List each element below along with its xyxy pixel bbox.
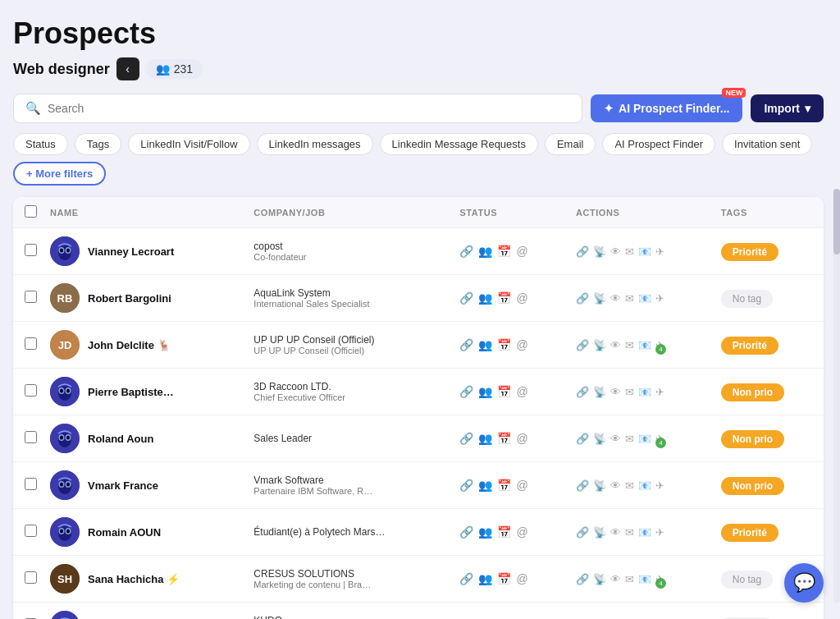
link-action-icon[interactable]: 🔗 — [576, 245, 589, 258]
link-action-icon[interactable]: 🔗 — [576, 292, 589, 305]
email-status-icon[interactable]: @ — [516, 479, 527, 492]
send-icon-wrapper[interactable]: ✈ — [655, 245, 664, 258]
envelope-icon[interactable]: 📧 — [638, 386, 651, 398]
tag-pill[interactable]: Priorité — [721, 524, 778, 542]
people-status-icon[interactable]: 👥 — [478, 385, 492, 398]
people-status-icon[interactable]: 👥 — [478, 245, 492, 258]
eye-icon[interactable]: 👁 — [610, 339, 621, 351]
people-status-icon[interactable]: 👥 — [478, 291, 492, 305]
envelope-icon[interactable]: 📧 — [638, 433, 651, 445]
send-icon-wrapper[interactable]: ✈ 4 — [655, 573, 664, 585]
send-icon-wrapper[interactable]: ✈ — [655, 292, 664, 305]
tag-pill[interactable]: Non prio — [721, 430, 784, 448]
rss-icon[interactable]: 📡 — [593, 386, 606, 398]
email-status-icon[interactable]: @ — [516, 338, 527, 351]
import-button[interactable]: Import ▾ — [751, 94, 824, 122]
select-all-checkbox[interactable] — [25, 205, 37, 218]
eye-icon[interactable]: 👁 — [610, 573, 621, 585]
rss-icon[interactable]: 📡 — [593, 433, 606, 445]
send-icon-wrapper[interactable]: ✈ — [655, 526, 664, 539]
send-icon-wrapper[interactable]: ✈ 4 — [655, 339, 664, 351]
link-icon[interactable]: 🔗 — [459, 245, 473, 258]
send-icon-wrapper[interactable]: ✈ — [655, 479, 664, 492]
calendar-icon[interactable]: 📅 — [497, 385, 511, 398]
people-status-icon[interactable]: 👥 — [478, 432, 492, 445]
row-checkbox-5[interactable] — [25, 478, 37, 490]
envelope-icon[interactable]: 📧 — [638, 339, 651, 351]
mail-icon[interactable]: ✉ — [625, 526, 634, 539]
tag-pill[interactable]: No tag — [721, 571, 773, 589]
filter-email[interactable]: Email — [545, 133, 596, 155]
eye-icon[interactable]: 👁 — [610, 245, 621, 258]
envelope-icon[interactable]: 📧 — [638, 526, 651, 539]
eye-icon[interactable]: 👁 — [610, 386, 621, 398]
link-icon[interactable]: 🔗 — [459, 525, 473, 539]
rss-icon[interactable]: 📡 — [593, 245, 606, 258]
tag-pill[interactable]: Priorité — [721, 337, 778, 355]
link-icon[interactable]: 🔗 — [459, 338, 473, 351]
tag-pill[interactable]: No tag — [721, 290, 773, 308]
email-status-icon[interactable]: @ — [516, 291, 527, 305]
scrollbar-track[interactable] — [833, 189, 840, 603]
email-status-icon[interactable]: @ — [516, 432, 527, 445]
people-status-icon[interactable]: 👥 — [478, 572, 492, 585]
envelope-icon[interactable]: 📧 — [638, 573, 651, 585]
link-icon[interactable]: 🔗 — [459, 291, 473, 305]
link-action-icon[interactable]: 🔗 — [576, 339, 589, 351]
back-button[interactable]: ‹ — [116, 57, 139, 80]
tag-pill[interactable]: Non prio — [721, 477, 784, 495]
link-icon[interactable]: 🔗 — [459, 572, 473, 585]
link-icon[interactable]: 🔗 — [459, 432, 473, 445]
calendar-icon[interactable]: 📅 — [497, 432, 511, 445]
filter-ai-prospect[interactable]: AI Prospect Finder — [602, 133, 715, 155]
chat-button[interactable]: 💬 — [784, 563, 824, 603]
link-action-icon[interactable]: 🔗 — [576, 526, 589, 539]
row-checkbox-0[interactable] — [25, 244, 37, 256]
envelope-icon[interactable]: 📧 — [638, 292, 651, 305]
more-filters-button[interactable]: + More filters — [13, 162, 106, 186]
row-checkbox-7[interactable] — [25, 571, 37, 584]
filter-tags[interactable]: Tags — [75, 133, 121, 155]
mail-icon[interactable]: ✉ — [625, 339, 634, 351]
people-status-icon[interactable]: 👥 — [478, 338, 492, 351]
people-status-icon[interactable]: 👥 — [478, 525, 492, 539]
filter-linkedin-messages[interactable]: LinkedIn messages — [257, 133, 373, 155]
link-icon[interactable]: 🔗 — [459, 385, 473, 398]
eye-icon[interactable]: 👁 — [610, 526, 621, 539]
row-checkbox-1[interactable] — [25, 291, 37, 303]
calendar-icon[interactable]: 📅 — [497, 572, 511, 585]
calendar-icon[interactable]: 📅 — [497, 245, 511, 258]
search-input[interactable] — [48, 102, 570, 115]
row-checkbox-6[interactable] — [25, 525, 37, 537]
scrollbar-thumb[interactable] — [833, 189, 840, 254]
filter-invitation-sent[interactable]: Invitation sent — [722, 133, 812, 155]
people-status-icon[interactable]: 👥 — [478, 479, 492, 492]
rss-icon[interactable]: 📡 — [593, 573, 606, 585]
mail-icon[interactable]: ✉ — [625, 386, 634, 398]
email-status-icon[interactable]: @ — [516, 525, 527, 539]
calendar-icon[interactable]: 📅 — [497, 338, 511, 351]
mail-icon[interactable]: ✉ — [625, 433, 634, 445]
calendar-icon[interactable]: 📅 — [497, 525, 511, 539]
envelope-icon[interactable]: 📧 — [638, 245, 651, 258]
eye-icon[interactable]: 👁 — [610, 479, 621, 492]
calendar-icon[interactable]: 📅 — [497, 291, 511, 305]
email-status-icon[interactable]: @ — [516, 385, 527, 398]
rss-icon[interactable]: 📡 — [593, 339, 606, 351]
ai-prospect-finder-button[interactable]: ✦ AI Prospect Finder... NEW — [591, 94, 742, 122]
tag-pill[interactable]: Priorité — [721, 243, 778, 261]
mail-icon[interactable]: ✉ — [625, 245, 634, 258]
calendar-icon[interactable]: 📅 — [497, 479, 511, 492]
link-action-icon[interactable]: 🔗 — [576, 573, 589, 585]
mail-icon[interactable]: ✉ — [625, 292, 634, 305]
mail-icon[interactable]: ✉ — [625, 573, 634, 585]
rss-icon[interactable]: 📡 — [593, 526, 606, 539]
email-status-icon[interactable]: @ — [516, 245, 527, 258]
send-icon-wrapper[interactable]: ✈ — [655, 386, 664, 398]
filter-status[interactable]: Status — [13, 133, 68, 155]
rss-icon[interactable]: 📡 — [593, 479, 606, 492]
mail-icon[interactable]: ✉ — [625, 479, 634, 492]
filter-linkedin-message-requests[interactable]: Linkedin Message Requests — [380, 133, 538, 155]
link-action-icon[interactable]: 🔗 — [576, 386, 589, 398]
link-icon[interactable]: 🔗 — [459, 479, 473, 492]
